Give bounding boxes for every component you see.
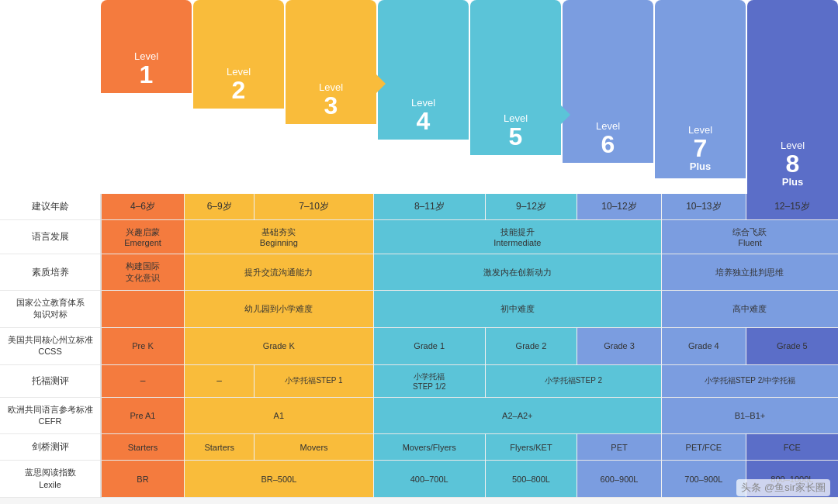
cell-nat-lv78: 高中难度 [661, 291, 838, 328]
level-2-header: Level 2 [193, 0, 284, 109]
cell-quality-lv78: 培养独立批判思维 [661, 254, 838, 291]
level-8-header: Level 8 Plus [747, 0, 838, 194]
label-cefr: 欧洲共同语言参考标准CEFR [0, 397, 101, 434]
label-lexile: 蓝思阅读指数Lexile [0, 461, 101, 498]
row-cambridge: 剑桥测评 Starters Starters Movers Movers/Fly… [0, 434, 838, 461]
cell-toefl-lv1: – [101, 364, 184, 397]
cell-lex-lv4: 400–700L [373, 461, 485, 498]
label-language: 语言发展 [0, 220, 101, 254]
row-quality: 素质培养 构建国际文化意识 提升交流沟通能力 激发内在创新动力 培养独立批判思维 [0, 254, 838, 291]
cell-cam-lv7: PET/FCE [661, 434, 746, 461]
level-1-header: Level 1 [101, 0, 192, 93]
row-age: 建议年龄 4–6岁 6–9岁 7–10岁 8–11岁 9–12岁 10–12岁 … [0, 194, 838, 220]
cell-quality-lv1: 构建国际文化意识 [101, 254, 184, 291]
cell-cam-lv2: Starters [184, 434, 254, 461]
cell-age-lv2: 6–9岁 [184, 194, 254, 220]
level-8-plus: Plus [782, 176, 803, 188]
cell-ccss-lv8: Grade 5 [746, 327, 838, 364]
data-table: 建议年龄 4–6岁 6–9岁 7–10岁 8–11岁 9–12岁 10–12岁 … [0, 194, 838, 498]
level-7-plus: Plus [690, 161, 711, 172]
level-columns: Level 1 Level 2 Level 3 Level 4 Level 5 … [101, 0, 838, 194]
cell-ccss-lv23: Grade K [184, 327, 373, 364]
cell-ccss-lv4: Grade 1 [373, 327, 485, 364]
label-cambridge: 剑桥测评 [0, 434, 101, 461]
cell-cam-lv1: Starters [101, 434, 184, 461]
cell-quality-lv23: 提升交流沟通能力 [184, 254, 373, 291]
cell-ccss-lv5: Grade 2 [485, 327, 577, 364]
label-toefl: 托福测评 [0, 364, 101, 397]
level-header: Level 1 Level 2 Level 3 Level 4 Level 5 … [0, 0, 838, 194]
cell-ccss-lv7: Grade 4 [661, 327, 746, 364]
cell-lex-lv23: BR–500L [184, 461, 373, 498]
row-lexile: 蓝思阅读指数Lexile BR BR–500L 400–700L 500–800… [0, 461, 838, 498]
cell-cam-lv4: Movers/Flyers [373, 434, 485, 461]
cell-cam-lv6: PET [577, 434, 662, 461]
level-6-header: Level 6 [563, 0, 653, 163]
watermark: 头条 @鱼sir家长圈 [736, 479, 830, 496]
header-label-spacer [0, 0, 101, 194]
cell-lex-lv5: 500–800L [485, 461, 577, 498]
cell-toefl-lv4: 小学托福STEP 1/2 [373, 364, 485, 397]
level-6-num: 6 [601, 132, 615, 157]
cell-toefl-lv56: 小学托福STEP 2 [485, 364, 661, 397]
cell-ccss-lv1: Pre K [101, 327, 184, 364]
cell-cam-lv8: FCE [746, 434, 838, 461]
label-national: 国家公立教育体系知识对标 [0, 291, 101, 328]
cell-quality-lv456: 激发内在创新动力 [373, 254, 661, 291]
cell-ccss-lv6: Grade 3 [577, 327, 662, 364]
label-age: 建议年龄 [0, 194, 101, 220]
cell-cefr-lv1: Pre A1 [101, 397, 184, 434]
level-8-num: 8 [786, 151, 800, 176]
level-2-num: 2 [232, 78, 246, 102]
level-4-header: Level 4 [378, 0, 469, 140]
row-language: 语言发展 兴趣启蒙Emergent 基础夯实Beginning 技能提升Inte… [0, 220, 838, 254]
level-7-header: Level 7 Plus [655, 0, 746, 178]
cell-lex-lv7: 700–900L [661, 461, 746, 498]
level-3-header: Level 3 [286, 0, 376, 124]
cell-lang-lv1: 兴趣启蒙Emergent [101, 220, 184, 254]
cell-lang-lv456: 技能提升Intermediate [373, 220, 661, 254]
cell-cefr-lv456: A2–A2+ [373, 397, 661, 434]
cell-age-lv3: 7–10岁 [255, 194, 373, 220]
row-ccss: 美国共同核心州立标准CCSS Pre K Grade K Grade 1 Gra… [0, 327, 838, 364]
cell-age-lv4: 8–11岁 [373, 194, 485, 220]
cell-nat-lv456: 初中难度 [373, 291, 661, 328]
label-quality: 素质培养 [0, 254, 101, 291]
row-national: 国家公立教育体系知识对标 幼儿园到小学难度 初中难度 高中难度 [0, 291, 838, 328]
cell-lex-lv6: 600–900L [577, 461, 662, 498]
cell-lang-lv23: 基础夯实Beginning [184, 220, 373, 254]
level-5-num: 5 [509, 124, 523, 149]
cell-cam-lv5: Flyers/KET [485, 434, 577, 461]
cell-age-lv8: 12–15岁 [746, 194, 838, 220]
cell-lex-lv1: BR [101, 461, 184, 498]
cell-age-lv1: 4–6岁 [101, 194, 184, 220]
cell-toefl-lv3: 小学托福STEP 1 [255, 364, 373, 397]
cell-cefr-lv23: A1 [184, 397, 373, 434]
main-container: Level 1 Level 2 Level 3 Level 4 Level 5 … [0, 0, 838, 498]
row-cefr: 欧洲共同语言参考标准CEFR Pre A1 A1 A2–A2+ B1–B1+ [0, 397, 838, 434]
cell-toefl-lv78: 小学托福STEP 2/中学托福 [661, 364, 838, 397]
cell-age-lv6: 10–12岁 [577, 194, 662, 220]
cell-lang-lv78: 综合飞跃Fluent [661, 220, 838, 254]
level-5-header: Level 5 [470, 0, 561, 155]
cell-age-lv5: 9–12岁 [485, 194, 577, 220]
level-7-num: 7 [694, 136, 708, 161]
label-ccss: 美国共同核心州立标准CCSS [0, 327, 101, 364]
cell-cefr-lv78: B1–B1+ [661, 397, 838, 434]
cell-age-lv7: 10–13岁 [661, 194, 746, 220]
cell-toefl-lv2: – [184, 364, 254, 397]
cell-nat-lv23: 幼儿园到小学难度 [184, 291, 373, 328]
cell-cam-lv3: Movers [255, 434, 373, 461]
level-3-num: 3 [324, 93, 338, 118]
level-4-num: 4 [417, 109, 431, 133]
row-toefl: 托福测评 – – 小学托福STEP 1 小学托福STEP 1/2 小学托福STE… [0, 364, 838, 397]
cell-nat-lv1 [101, 291, 184, 328]
level-1-num: 1 [140, 62, 154, 87]
